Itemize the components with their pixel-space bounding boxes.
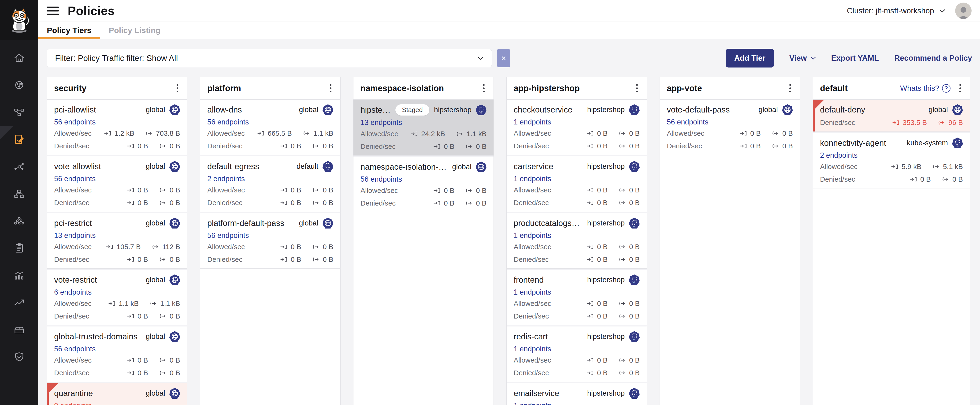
- endpoints-link[interactable]: 56 endpoints: [54, 175, 180, 183]
- sidebar-item-inventory[interactable]: [0, 324, 38, 336]
- endpoints-link[interactable]: 56 endpoints: [207, 118, 333, 126]
- endpoints-link[interactable]: 1 endpoints: [514, 402, 640, 405]
- clear-filter-button[interactable]: [497, 49, 510, 67]
- sidebar-item-service-graph[interactable]: [0, 107, 38, 118]
- ingress-value: 0 B: [444, 199, 454, 207]
- metric-label: Denied/sec: [514, 255, 549, 263]
- sidebar-item-compliance-reports[interactable]: [0, 242, 38, 254]
- policy-name: vote-allowlist: [54, 162, 101, 171]
- endpoints-link[interactable]: 2 endpoints: [820, 151, 963, 159]
- sidebar-item-metrics[interactable]: [0, 269, 38, 281]
- tab-policy-tiers[interactable]: Policy Tiers: [38, 22, 100, 39]
- metric-label: Denied/sec: [514, 369, 549, 377]
- endpoints-link[interactable]: 1 endpoints: [514, 175, 640, 183]
- add-tier-button[interactable]: Add Tier: [726, 49, 774, 67]
- policy-card-allow-dns[interactable]: allow-dnsglobal56 endpointsAllowed/sec66…: [200, 100, 340, 155]
- policy-card-default-deny[interactable]: default-denyglobalDenied/sec353.5 B96 B: [813, 100, 970, 132]
- tier-menu-icon[interactable]: [958, 82, 963, 94]
- ingress-metric: 1.2 kB: [104, 129, 134, 137]
- view-menu-button[interactable]: View: [789, 54, 816, 62]
- svg-text:ns: ns: [633, 395, 635, 397]
- tier-menu-icon[interactable]: [175, 82, 180, 94]
- policy-card-vote-default-pass[interactable]: vote-default-passglobal56 endpointsAllow…: [660, 100, 800, 155]
- policy-card-konnectivity-agent[interactable]: konnectivity-agentkube-systemns2 endpoin…: [813, 132, 970, 188]
- sidebar-item-home[interactable]: [0, 52, 38, 64]
- sidebar-item-clusters[interactable]: [0, 215, 38, 227]
- global-scope-badge-icon: [323, 218, 333, 228]
- global-scope-badge-icon: [952, 104, 963, 115]
- policy-card-hipstershop-gh[interactable]: hipstershop-gh…Stagedhipstershopns13 end…: [353, 100, 493, 156]
- egress-arrow-icon: [618, 370, 626, 376]
- global-scope-badge-icon: [169, 161, 180, 172]
- sidebar-item-threat-defense[interactable]: [0, 351, 38, 363]
- recommend-policy-button[interactable]: Recommend a Policy: [894, 54, 972, 62]
- policy-card-default-egress[interactable]: default-egressdefaultns2 endpointsAllowe…: [200, 155, 340, 212]
- ingress-value: 0 B: [291, 142, 301, 150]
- endpoints-link[interactable]: 13 endpoints: [54, 231, 180, 239]
- whats-this-link[interactable]: Whats this??: [900, 84, 950, 92]
- policy-card-namespace-isolation-default-p[interactable]: namespace-isolation-default-p…global56 e…: [353, 156, 493, 212]
- tier-menu-icon[interactable]: [634, 82, 640, 94]
- cluster-selector[interactable]: Cluster: jlt-msft-workshop: [847, 6, 945, 15]
- endpoints-link[interactable]: 56 endpoints: [361, 175, 487, 183]
- sidebar-item-network-sets[interactable]: [0, 188, 38, 200]
- sidebar-item-dashboard[interactable]: [0, 79, 38, 91]
- metric-label: Denied/sec: [54, 312, 89, 320]
- policy-card-vote-restrict[interactable]: vote-restrictglobal6 endpointsAllowed/se…: [47, 269, 187, 325]
- denied-metric-row: Denied/sec0 B0 B: [54, 141, 180, 151]
- policy-tier-board: securitypci-allowlistglobal56 endpointsA…: [47, 77, 972, 405]
- policy-card-checkoutservice[interactable]: checkoutservicehipstershopns1 endpointsA…: [507, 100, 647, 155]
- policy-card-global-trusted-domains[interactable]: global-trusted-domainsglobal56 endpoints…: [47, 325, 187, 382]
- endpoints-link[interactable]: 13 endpoints: [361, 118, 487, 126]
- calico-cat-logo[interactable]: [0, 0, 38, 40]
- egress-metric: 112 B: [151, 243, 180, 251]
- tab-policy-listing[interactable]: Policy Listing: [100, 22, 169, 39]
- policy-card-platform-default-pass[interactable]: platform-default-passglobal56 endpointsA…: [200, 212, 340, 269]
- endpoints-link[interactable]: 56 endpoints: [207, 231, 333, 239]
- policy-card-quarantine[interactable]: quarantineglobal0 endpoints: [47, 382, 187, 405]
- ingress-arrow-icon: [433, 188, 441, 194]
- egress-value: 0 B: [629, 243, 640, 251]
- policy-card-pci-restrict[interactable]: pci-restrictglobal13 endpointsAllowed/se…: [47, 212, 187, 269]
- endpoints-link[interactable]: 1 endpoints: [514, 288, 640, 296]
- endpoints-link[interactable]: 56 endpoints: [54, 345, 180, 353]
- policy-card-redis-cart[interactable]: redis-carthipstershopns1 endpointsAllowe…: [507, 325, 647, 382]
- policy-name: checkoutservice: [514, 105, 573, 114]
- tab-label: Policy Tiers: [47, 26, 91, 35]
- endpoints-link[interactable]: 1 endpoints: [514, 118, 640, 126]
- endpoints-link[interactable]: 56 endpoints: [54, 118, 180, 126]
- policy-card-emailservice[interactable]: emailservicehipstershopns1 endpointsAllo…: [507, 382, 647, 405]
- sidebar-item-policies[interactable]: [0, 134, 38, 145]
- egress-value: 96 B: [948, 119, 963, 126]
- endpoints-link[interactable]: 0 endpoints: [54, 402, 180, 405]
- namespace-scope-badge-icon: ns: [323, 161, 333, 172]
- ingress-value: 0 B: [137, 186, 148, 194]
- ingress-arrow-icon: [586, 300, 594, 306]
- endpoints-link[interactable]: 1 endpoints: [514, 345, 640, 353]
- egress-value: 0 B: [952, 175, 963, 183]
- sidebar-item-trends[interactable]: [0, 297, 38, 308]
- export-yaml-button[interactable]: Export YAML: [831, 54, 879, 62]
- endpoints-link[interactable]: 56 endpoints: [667, 118, 793, 126]
- global-scope-badge-icon: [169, 331, 180, 342]
- egress-value: 0 B: [170, 199, 180, 207]
- namespace-scope-badge-icon: ns: [629, 104, 640, 115]
- tier-menu-icon[interactable]: [788, 82, 793, 94]
- policy-card-frontend[interactable]: frontendhipstershopns1 endpointsAllowed/…: [507, 269, 647, 325]
- person-icon: [956, 5, 970, 19]
- hamburger-menu-icon[interactable]: [47, 6, 59, 15]
- policy-card-pci-allowlist[interactable]: pci-allowlistglobal56 endpointsAllowed/s…: [47, 100, 187, 155]
- policy-card-vote-allowlist[interactable]: vote-allowlistglobal56 endpointsAllowed/…: [47, 155, 187, 212]
- endpoints-link[interactable]: 2 endpoints: [207, 175, 333, 183]
- policy-filter-select[interactable]: Filter: Policy Traffic filter: Show All: [47, 49, 492, 67]
- ingress-value: 0 B: [291, 243, 301, 251]
- policy-card-cartservice[interactable]: cartservicehipstershopns1 endpointsAllow…: [507, 155, 647, 212]
- policy-card-productcatalogservice[interactable]: productcatalogservicehipstershopns1 endp…: [507, 212, 647, 269]
- tier-menu-icon[interactable]: [328, 82, 333, 94]
- user-avatar[interactable]: [955, 3, 972, 19]
- tier-menu-icon[interactable]: [481, 82, 487, 94]
- tier-name: platform: [207, 83, 241, 93]
- endpoints-link[interactable]: 1 endpoints: [514, 231, 640, 239]
- sidebar-item-flow-visualization[interactable]: [0, 161, 38, 172]
- endpoints-link[interactable]: 6 endpoints: [54, 288, 180, 296]
